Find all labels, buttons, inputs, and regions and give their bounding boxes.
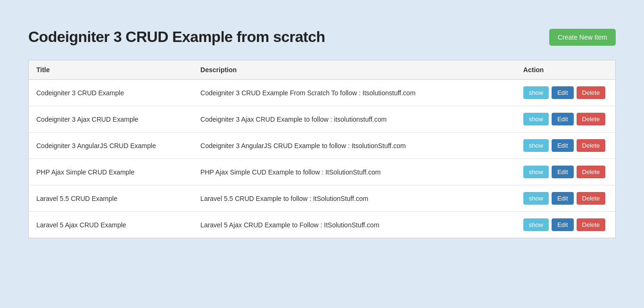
action-buttons: showEditDelete: [523, 86, 608, 99]
edit-button[interactable]: Edit: [552, 86, 573, 99]
col-header-action: Action: [516, 60, 616, 80]
col-header-description: Description: [193, 60, 516, 80]
action-buttons: showEditDelete: [523, 166, 608, 178]
table-row: Codeigniter 3 CRUD ExampleCodeigniter 3 …: [29, 80, 616, 106]
create-new-item-button[interactable]: Create New Item: [549, 29, 616, 46]
table-row: Laravel 5.5 CRUD ExampleLaravel 5.5 CRUD…: [29, 185, 616, 212]
col-header-title: Title: [29, 60, 193, 80]
show-button[interactable]: show: [523, 166, 549, 178]
table-row: Codeigniter 3 AngularJS CRUD ExampleCode…: [29, 133, 616, 159]
action-buttons: showEditDelete: [523, 192, 608, 205]
header-row: Codeigniter 3 CRUD Example from scratch …: [28, 28, 616, 46]
delete-button[interactable]: Delete: [577, 166, 606, 178]
delete-button[interactable]: Delete: [577, 139, 606, 152]
cell-description: Laravel 5.5 CRUD Example to follow : ItS…: [193, 185, 516, 212]
table-body: Codeigniter 3 CRUD ExampleCodeigniter 3 …: [29, 80, 616, 238]
table-row: Codeigniter 3 Ajax CRUD ExampleCodeignit…: [29, 106, 616, 133]
cell-title: Laravel 5 Ajax CRUD Example: [29, 212, 193, 238]
show-button[interactable]: show: [523, 139, 549, 152]
table-row: PHP Ajax Simple CRUD ExamplePHP Ajax Sim…: [29, 159, 616, 185]
edit-button[interactable]: Edit: [552, 192, 573, 205]
show-button[interactable]: show: [523, 218, 549, 231]
delete-button[interactable]: Delete: [577, 218, 606, 231]
delete-button[interactable]: Delete: [577, 86, 606, 99]
items-table: Title Description Action Codeigniter 3 C…: [28, 60, 616, 238]
cell-title: PHP Ajax Simple CRUD Example: [29, 159, 193, 185]
cell-action: showEditDelete: [516, 212, 616, 238]
cell-title: Laravel 5.5 CRUD Example: [29, 185, 193, 212]
cell-action: showEditDelete: [516, 159, 616, 185]
cell-title: Codeigniter 3 AngularJS CRUD Example: [29, 133, 193, 159]
cell-action: showEditDelete: [516, 80, 616, 106]
cell-description: Codeigniter 3 Ajax CRUD Example to follo…: [193, 106, 516, 133]
cell-title: Codeigniter 3 Ajax CRUD Example: [29, 106, 193, 133]
table-header: Title Description Action: [29, 60, 616, 80]
edit-button[interactable]: Edit: [552, 113, 573, 125]
cell-action: showEditDelete: [516, 133, 616, 159]
cell-title: Codeigniter 3 CRUD Example: [29, 80, 193, 106]
edit-button[interactable]: Edit: [552, 218, 573, 231]
action-buttons: showEditDelete: [523, 218, 608, 231]
action-buttons: showEditDelete: [523, 113, 608, 125]
cell-description: Laravel 5 Ajax CRUD Example to Follow : …: [193, 212, 516, 238]
action-buttons: showEditDelete: [523, 139, 608, 152]
show-button[interactable]: show: [523, 192, 549, 205]
edit-button[interactable]: Edit: [552, 139, 573, 152]
table-row: Laravel 5 Ajax CRUD ExampleLaravel 5 Aja…: [29, 212, 616, 238]
show-button[interactable]: show: [523, 86, 549, 99]
delete-button[interactable]: Delete: [577, 113, 606, 125]
show-button[interactable]: show: [523, 113, 549, 125]
delete-button[interactable]: Delete: [577, 192, 606, 205]
page-title: Codeigniter 3 CRUD Example from scratch: [28, 28, 325, 46]
cell-action: showEditDelete: [516, 106, 616, 133]
cell-description: Codeigniter 3 CRUD Example From Scratch …: [193, 80, 516, 106]
edit-button[interactable]: Edit: [552, 166, 573, 178]
cell-description: PHP Ajax Simple CUD Example to follow : …: [193, 159, 516, 185]
cell-description: Codeigniter 3 AngularJS CRUD Example to …: [193, 133, 516, 159]
cell-action: showEditDelete: [516, 185, 616, 212]
